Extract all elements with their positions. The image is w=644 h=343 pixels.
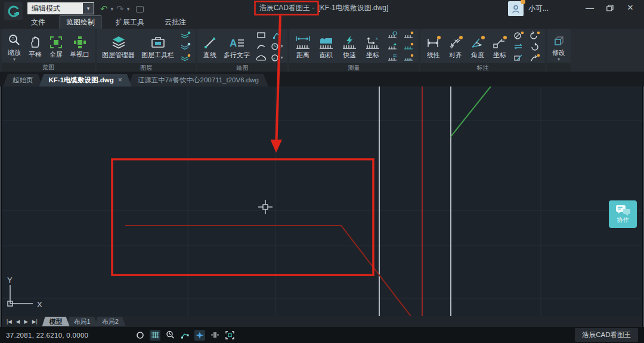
- measure-distance-button[interactable]: 距离: [292, 33, 314, 60]
- arc-tool-icon[interactable]: [254, 41, 268, 51]
- draw-mini-tools-1: [254, 30, 268, 63]
- drawing-canvas[interactable]: Y X: [2, 86, 642, 316]
- crosshair-cursor: [258, 200, 273, 214]
- ordinate-dim-icon: [492, 33, 507, 50]
- menu-file[interactable]: 文件: [25, 16, 51, 29]
- layer-toolbar-button[interactable]: 图层工具栏: [139, 33, 177, 60]
- layer-manager-button[interactable]: 图层管理器: [100, 33, 137, 60]
- single-viewport-button[interactable]: 单视口: [67, 32, 92, 60]
- fullscreen-icon: [49, 33, 63, 50]
- tab-other-drawing[interactable]: 辽源五中7#餐饮中心200711_t20V6.dwg: [128, 74, 268, 86]
- user-avatar[interactable]: [508, 1, 524, 16]
- restore-button[interactable]: [601, 1, 619, 14]
- cursor-coordinates: 37.2081, 22.6210, 0.0000: [6, 332, 88, 339]
- status-bar: 37.2081, 22.6210, 0.0000 浩辰CAD看图王: [0, 327, 644, 343]
- layout-tab-1[interactable]: 布局1: [67, 317, 98, 326]
- line-icon: [203, 33, 217, 50]
- single-viewport-icon: [73, 33, 87, 50]
- ribbon-group-measure: 距离 面积 快速 x 坐标: [289, 29, 419, 72]
- dim-continue-icon[interactable]: [512, 41, 526, 51]
- distance-icon: [295, 33, 311, 50]
- ribbon-group-layer: 图层管理器 图层工具栏 图层: [97, 29, 196, 72]
- ucs-y-label: Y: [7, 276, 13, 285]
- measure-radius-icon[interactable]: [385, 30, 400, 40]
- dim-rotate-cw-icon[interactable]: [528, 30, 542, 40]
- layer-on-icon[interactable]: [178, 30, 193, 40]
- dim-ordinate-button[interactable]: 坐标: [490, 33, 510, 60]
- dim-diameter-icon[interactable]: [512, 30, 526, 40]
- isolate-objects-icon[interactable]: [209, 330, 220, 341]
- rectangle-tool-icon[interactable]: [254, 30, 268, 40]
- line-button[interactable]: 直线: [200, 33, 219, 60]
- measure-area-button[interactable]: 面积: [315, 33, 337, 60]
- layout-nav: |◀ ◀ ▶ ▶|: [2, 319, 42, 325]
- measure-pro-1-icon[interactable]: [401, 30, 416, 40]
- measure-pro-2-icon[interactable]: [401, 41, 416, 51]
- dim-edit-icon[interactable]: [512, 52, 526, 63]
- measure-quick-button[interactable]: 快速: [339, 33, 360, 60]
- dim-leader-icon[interactable]: [528, 52, 542, 63]
- modify-caret-icon: ▾: [558, 58, 560, 61]
- menu-ext-tools[interactable]: 扩展工具: [110, 16, 150, 29]
- dim-rotate-ccw-icon[interactable]: [528, 41, 542, 51]
- minimize-button[interactable]: —: [581, 1, 599, 14]
- dim-linear-button[interactable]: 线性: [423, 33, 444, 60]
- pan-hand-icon: [28, 33, 42, 50]
- measure-angle-icon[interactable]: [385, 41, 400, 51]
- pan-button[interactable]: 平移: [26, 32, 45, 60]
- nav-prev-icon[interactable]: ◀: [16, 319, 20, 325]
- ribbon-group-label-dimension: 标注: [420, 63, 545, 72]
- layout-tab-model[interactable]: 模型: [42, 317, 70, 326]
- layer-freeze-icon[interactable]: [178, 41, 193, 51]
- status-app-name: 浩辰CAD看图王: [575, 328, 638, 342]
- modify-button[interactable]: 修改 ▾: [550, 30, 568, 62]
- snap-toggle-icon[interactable]: [194, 330, 205, 341]
- tab-close-icon[interactable]: ×: [118, 74, 122, 86]
- measure-mini-tools-2: [401, 30, 416, 63]
- dim-angle-button[interactable]: 角度: [467, 33, 488, 60]
- tab-current-drawing[interactable]: KF-1电缆敷设图.dwg ×: [39, 74, 132, 86]
- ellipse-tool-caret-icon[interactable]: ▾: [280, 55, 283, 60]
- dim-mini-tools-2: [528, 30, 542, 63]
- mtext-button[interactable]: A 多行文字: [221, 33, 252, 60]
- circle-tool-caret-icon[interactable]: ▾: [280, 44, 283, 49]
- nav-first-icon[interactable]: |◀: [7, 319, 12, 325]
- zoom-icon: [7, 31, 21, 48]
- close-button[interactable]: ×: [621, 1, 639, 14]
- measure-list-icon[interactable]: [385, 52, 400, 63]
- fullscreen-button[interactable]: 全屏: [47, 32, 66, 60]
- polyline-tool-icon[interactable]: [270, 30, 284, 40]
- collaborate-label: 协作: [617, 216, 629, 224]
- linear-dim-icon: [426, 33, 441, 50]
- polyline-mode-icon[interactable]: [179, 330, 190, 341]
- nav-last-icon[interactable]: ▶|: [32, 319, 38, 325]
- cad-cable-polyline: [125, 225, 411, 316]
- menu-cloud-note[interactable]: 云批注: [159, 16, 192, 29]
- status-toggles: [135, 330, 235, 341]
- collaborate-button[interactable]: 协作: [609, 200, 637, 228]
- window-title-highlighted: 浩辰CAD看图王 -: [256, 2, 318, 14]
- layer-lock-icon[interactable]: [178, 52, 193, 63]
- area-icon: [318, 33, 335, 50]
- layout-tab-2[interactable]: 布局2: [95, 317, 126, 326]
- menu-view-draw[interactable]: 览图绘制: [60, 16, 101, 29]
- revision-cloud-tool-icon[interactable]: [254, 52, 268, 63]
- zoom-caret-icon: ▾: [13, 58, 16, 61]
- nav-next-icon[interactable]: ▶: [24, 319, 28, 325]
- grid-toggle-icon[interactable]: [150, 330, 160, 341]
- layer-manager-icon: [111, 33, 126, 50]
- measure-coordinate-button[interactable]: x 坐标: [362, 33, 383, 60]
- zoom-button[interactable]: 缩放 ▾: [5, 30, 24, 62]
- user-account[interactable]: 小可...: [508, 1, 549, 16]
- menu-bar: 文件 览图绘制 扩展工具 云批注: [25, 16, 192, 29]
- measure-pro-3-icon[interactable]: [401, 52, 416, 63]
- cad-green-line: [451, 86, 491, 137]
- ortho-toggle-icon[interactable]: [135, 330, 145, 341]
- circle-tool-icon[interactable]: ▾: [270, 41, 284, 51]
- zoom-extents-icon[interactable]: [165, 330, 175, 341]
- clean-screen-icon[interactable]: [224, 330, 235, 341]
- dim-aligned-button[interactable]: 对齐: [445, 33, 466, 60]
- ellipse-tool-icon[interactable]: ▾: [270, 52, 284, 63]
- tab-start-page[interactable]: 起始页: [3, 74, 43, 86]
- window-title-filename: [KF-1电缆敷设图.dwg]: [318, 4, 388, 12]
